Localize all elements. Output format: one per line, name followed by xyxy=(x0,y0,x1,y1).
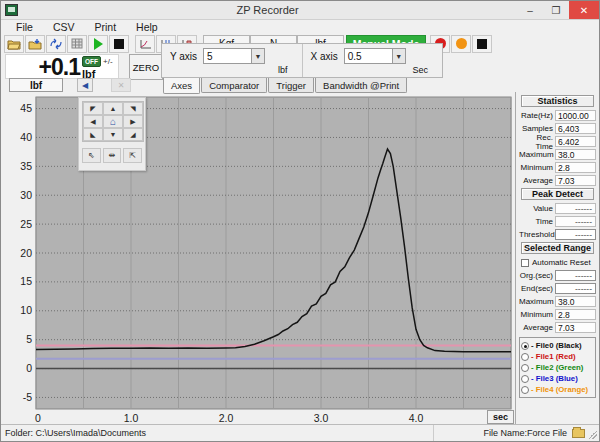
pan-left-icon[interactable]: ◀ xyxy=(83,115,103,128)
tab-axes[interactable]: Axes xyxy=(163,78,200,94)
chevron-down-icon[interactable]: ▼ xyxy=(251,49,264,63)
resize-grip-icon[interactable] xyxy=(588,430,597,439)
status-bar: Folder: C:\Users\Imada\Documents File Na… xyxy=(1,424,599,441)
stat-row: Minimum 2.8 xyxy=(519,161,596,174)
stat-label: Average xyxy=(519,323,555,332)
graph-line-icon[interactable] xyxy=(135,35,155,53)
statistics-header: Statistics xyxy=(521,95,594,107)
right-panel: Statistics Rate(Hz) 1000.00 Samples 6,40… xyxy=(515,92,599,425)
pan-down-left-icon[interactable]: ◣ xyxy=(83,128,103,141)
home-icon[interactable]: ⌂ xyxy=(103,115,123,128)
start-icon[interactable] xyxy=(88,35,108,53)
automatic-reset-row: Automatic Reset xyxy=(519,256,596,269)
stop-icon[interactable] xyxy=(109,35,129,53)
pan-down-icon[interactable]: ▼ xyxy=(103,128,123,141)
file-radio-row[interactable]: - File0 (Black) xyxy=(521,340,594,351)
stat-value: 2.8 xyxy=(555,162,596,173)
file-radio-row[interactable]: - File4 (Orange) xyxy=(521,384,594,395)
open-file-icon[interactable] xyxy=(4,35,24,53)
zero-button[interactable]: ZERO xyxy=(129,54,163,80)
maximize-button[interactable]: ❐ xyxy=(543,1,569,19)
data-grid-icon[interactable] xyxy=(67,35,87,53)
folder-path: Folder: C:\Users\Imada\Documents xyxy=(1,425,434,441)
tab-comparator[interactable]: Comparator xyxy=(201,78,267,93)
plus-minus-indicator: +/- xyxy=(103,57,113,66)
save-file-icon[interactable] xyxy=(25,35,45,53)
record-orange-icon[interactable] xyxy=(451,35,471,53)
stat-label: Maximum xyxy=(519,150,555,159)
automatic-reset-checkbox[interactable] xyxy=(521,259,529,267)
chart-area[interactable]: 454035302520151050-501.02.03.04.0 sec ◤ … xyxy=(1,92,517,425)
y-axis-value: 5 xyxy=(204,51,251,62)
file1-radio[interactable] xyxy=(521,353,529,361)
x-axis-group: X axis 0.5 ▼ Sec xyxy=(302,44,443,77)
pan-up-icon[interactable]: ▲ xyxy=(103,102,123,115)
svg-text:35: 35 xyxy=(20,160,32,172)
current-unit-button[interactable]: lbf xyxy=(9,78,63,92)
select-tool-icon[interactable]: ⇖ xyxy=(82,148,101,163)
pan-right-icon[interactable]: ▶ xyxy=(123,115,143,128)
svg-text:40: 40 xyxy=(20,131,32,143)
pan-down-right-icon[interactable]: ◢ xyxy=(123,128,143,141)
threshold-input[interactable]: ------ xyxy=(555,229,596,240)
tab-trigger[interactable]: Trigger xyxy=(268,78,314,93)
minimize-button[interactable]: – xyxy=(517,1,543,19)
pan-up-left-icon[interactable]: ◤ xyxy=(83,102,103,115)
close-plot-button[interactable]: ✕ xyxy=(111,78,131,92)
org-sec-input[interactable]: ------ xyxy=(555,270,596,281)
selected-range-header: Selected Range xyxy=(521,242,594,254)
svg-text:15: 15 xyxy=(20,275,32,287)
x-axis-label: X axis xyxy=(311,51,338,62)
stat-label: Average xyxy=(519,176,555,185)
menu-help[interactable]: Help xyxy=(127,21,167,33)
pan-up-right-icon[interactable]: ◥ xyxy=(123,102,143,115)
off-indicator: OFF xyxy=(82,56,101,67)
menu-print[interactable]: Print xyxy=(86,21,126,33)
x-axis-select[interactable]: 0.5 ▼ xyxy=(344,48,406,64)
chart-nav-palette: ◤ ▲ ◥ ◀ ⌂ ▶ ◣ ▼ ◢ ⇖ ⇹ ⇱ xyxy=(78,97,146,171)
stat-value: ------ xyxy=(555,216,596,227)
stat-row: Rate(Hz) 1000.00 xyxy=(519,109,596,122)
stat-row: End(sec) ------ xyxy=(519,282,596,295)
stat-value: 1000.00 xyxy=(555,110,596,121)
pan-pad: ◤ ▲ ◥ ◀ ⌂ ▶ ◣ ▼ ◢ xyxy=(82,101,144,142)
x-axis-value: 0.5 xyxy=(345,51,392,62)
back-button[interactable]: ◀ xyxy=(77,78,93,92)
stat-row: Maximum 38.0 xyxy=(519,295,596,308)
tab-bandwidth-print[interactable]: Bandwidth @Print xyxy=(315,78,407,93)
chevron-down-icon[interactable]: ▼ xyxy=(392,49,405,63)
sec-unit-button[interactable]: sec xyxy=(487,410,514,424)
stop-black-icon[interactable] xyxy=(472,35,492,53)
file-radio-row[interactable]: - File2 (Green) xyxy=(521,362,594,373)
export-csv-icon[interactable] xyxy=(46,35,66,53)
svg-text:10: 10 xyxy=(20,304,32,316)
y-axis-select[interactable]: 5 ▼ xyxy=(203,48,265,64)
stat-value: 6,403 xyxy=(555,123,596,134)
end-sec-input[interactable]: ------ xyxy=(555,283,596,294)
svg-text:45: 45 xyxy=(20,102,32,114)
stat-value: 7.03 xyxy=(555,175,596,186)
menu-csv[interactable]: CSV xyxy=(44,21,84,33)
stat-label: End(sec) xyxy=(519,284,555,293)
peak-detect-header: Peak Detect xyxy=(521,188,594,200)
h-zoom-tool-icon[interactable]: ⇹ xyxy=(103,148,122,163)
svg-text:2.0: 2.0 xyxy=(219,412,234,424)
y-axis-unit: lbf xyxy=(278,65,288,75)
stat-label: Maximum xyxy=(519,297,555,306)
file2-radio[interactable] xyxy=(521,364,529,372)
stat-label: Rec. Time xyxy=(519,133,555,151)
stat-row: Average 7.03 xyxy=(519,321,596,334)
folder-icon[interactable] xyxy=(572,429,585,438)
close-button[interactable]: ✕ xyxy=(569,1,599,19)
main-area: 454035302520151050-501.02.03.04.0 sec ◤ … xyxy=(1,92,599,425)
file3-radio[interactable] xyxy=(521,375,529,383)
h-move-tool-icon[interactable]: ⇱ xyxy=(123,148,142,163)
menu-file[interactable]: File xyxy=(7,21,42,33)
file4-radio[interactable] xyxy=(521,386,529,394)
file-radio-row[interactable]: - File3 (Blue) xyxy=(521,373,594,384)
file-radio-row[interactable]: - File1 (Red) xyxy=(521,351,594,362)
file0-radio[interactable] xyxy=(521,342,529,350)
svg-text:0: 0 xyxy=(26,362,32,374)
svg-text:25: 25 xyxy=(20,218,32,230)
window-title: ZP Recorder xyxy=(18,4,517,16)
